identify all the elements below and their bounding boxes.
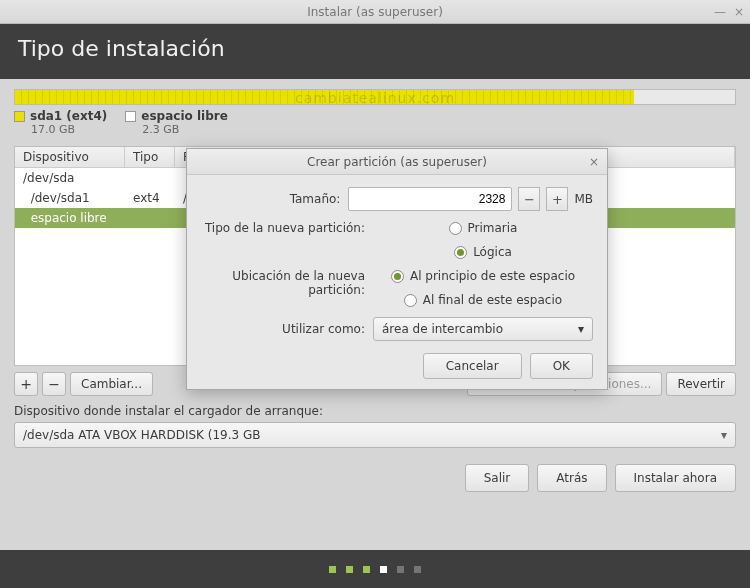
radio-logical[interactable]: Lógica	[454, 245, 512, 259]
step-dot	[346, 566, 353, 573]
close-icon[interactable]: ×	[589, 155, 599, 169]
dialog-title: Crear partición (as superuser)	[307, 155, 487, 169]
radio-loc-end[interactable]: Al final de este espacio	[404, 293, 562, 307]
disk-usage-bar: cambiatealinux.com	[14, 89, 736, 105]
back-button[interactable]: Atrás	[537, 464, 606, 492]
window-title: Instalar (as superuser)	[307, 5, 443, 19]
radio-icon	[454, 246, 467, 259]
create-partition-dialog: Crear partición (as superuser) × Tamaño:…	[186, 148, 608, 390]
quit-button[interactable]: Salir	[465, 464, 530, 492]
chevron-down-icon: ▾	[721, 428, 727, 442]
disk-segment-free[interactable]	[634, 90, 735, 104]
bootloader-value: /dev/sda ATA VBOX HARDDISK (19.3 GB	[23, 428, 261, 442]
radio-loc-begin[interactable]: Al principio de este espacio	[391, 269, 575, 283]
legend-item-free: espacio libre 2.3 GB	[125, 109, 228, 136]
legend-size: 17.0 GB	[31, 123, 107, 136]
wizard-actions: Salir Atrás Instalar ahora	[14, 464, 736, 492]
remove-partition-button[interactable]: −	[42, 372, 66, 396]
progress-dots	[0, 550, 750, 588]
use-as-select[interactable]: área de intercambio ▾	[373, 317, 593, 341]
size-increment-button[interactable]: +	[546, 187, 568, 211]
install-now-button[interactable]: Instalar ahora	[615, 464, 736, 492]
radio-icon	[404, 294, 417, 307]
legend-label: sda1 (ext4)	[30, 109, 107, 123]
change-partition-button[interactable]: Cambiar...	[70, 372, 153, 396]
step-dot	[363, 566, 370, 573]
step-dot	[397, 566, 404, 573]
chevron-down-icon: ▾	[578, 322, 584, 336]
use-as-label: Utilizar como:	[201, 322, 373, 336]
add-partition-button[interactable]: +	[14, 372, 38, 396]
legend-size: 2.3 GB	[142, 123, 228, 136]
location-label: Ubicación de la nueva partición:	[201, 269, 373, 297]
use-as-value: área de intercambio	[382, 322, 503, 336]
bootloader-select[interactable]: /dev/sda ATA VBOX HARDDISK (19.3 GB ▾	[14, 422, 736, 448]
size-label: Tamaño:	[201, 192, 348, 206]
minimize-icon[interactable]: —	[714, 5, 726, 19]
dialog-titlebar: Crear partición (as superuser) ×	[187, 149, 607, 175]
close-icon[interactable]: ×	[734, 5, 744, 19]
radio-icon	[449, 222, 462, 235]
size-input[interactable]	[348, 187, 512, 211]
page-title: Tipo de instalación	[18, 36, 225, 61]
type-label: Tipo de la nueva partición:	[201, 221, 373, 235]
revert-button[interactable]: Revertir	[666, 372, 736, 396]
legend-swatch-icon	[125, 111, 136, 122]
window-titlebar: Instalar (as superuser) — ×	[0, 0, 750, 24]
step-dot	[329, 566, 336, 573]
col-device[interactable]: Dispositivo	[15, 147, 125, 167]
ok-button[interactable]: OK	[530, 353, 593, 379]
bootloader-label: Dispositivo donde instalar el cargador d…	[14, 404, 736, 418]
size-unit: MB	[574, 192, 593, 206]
legend-swatch-icon	[14, 111, 25, 122]
step-dot	[414, 566, 421, 573]
disk-legend: sda1 (ext4) 17.0 GB espacio libre 2.3 GB	[14, 109, 736, 136]
disk-segment-sda1[interactable]	[15, 90, 634, 104]
legend-item-sda1: sda1 (ext4) 17.0 GB	[14, 109, 107, 136]
radio-icon	[391, 270, 404, 283]
cancel-button[interactable]: Cancelar	[423, 353, 522, 379]
step-dot-current	[380, 566, 387, 573]
radio-primary[interactable]: Primaria	[449, 221, 518, 235]
size-decrement-button[interactable]: −	[518, 187, 540, 211]
legend-label: espacio libre	[141, 109, 228, 123]
page-header: Tipo de instalación	[0, 24, 750, 79]
col-type[interactable]: Tipo	[125, 147, 175, 167]
